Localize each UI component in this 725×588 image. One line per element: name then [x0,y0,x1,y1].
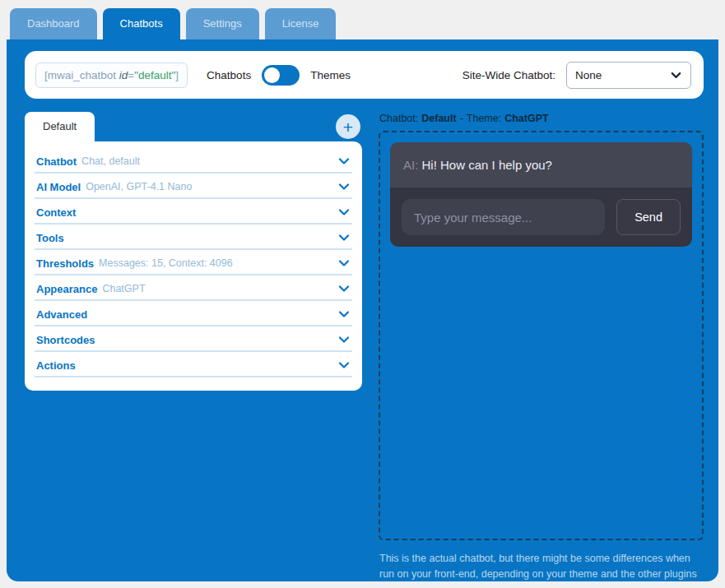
chevron-down-icon [337,155,351,168]
add-chatbot-button[interactable]: + [336,114,360,139]
chevron-down-icon [337,257,351,270]
section-title: Actions [36,359,76,372]
chevron-down-icon [337,206,351,219]
chatbot-window: AI: Hi! How can I help you? Send [390,142,692,247]
settings-accordion: Chatbot Chat, default AI Model OpenAI, G… [25,141,362,391]
tab-settings[interactable]: Settings [186,8,259,39]
section-title: Appearance [36,283,97,295]
preview-theme-label: Theme: [467,113,501,124]
preview-separator: - [460,113,463,124]
section-title: Chatbot [36,155,77,168]
preview-note: This is the actual chatbot, but there mi… [379,551,704,588]
select-value: None [575,69,665,81]
section-title: Context [36,206,76,219]
toggle-knob [264,67,280,83]
accordion-section-appearance[interactable]: Appearance ChatGPT [35,275,352,301]
chevron-down-icon [337,359,351,372]
accordion-section-advanced[interactable]: Advanced [35,301,352,326]
shortcode-field[interactable]: [mwai_chatbot id="default"] [35,63,188,88]
chatbot-preview-column: Chatbot:Default-Theme:ChatGPT AI: Hi! Ho… [379,112,704,588]
chatbot-preview-area: AI: Hi! How can I help you? Send [379,131,704,540]
preview-chatbot-label: Chatbot: [379,113,418,124]
chatbot-config-column: Default + Chatbot Chat, default AI Model… [25,112,362,588]
preview-theme-value: ChatGPT [504,113,548,124]
chatbots-panel: [mwai_chatbot id="default"] Chatbots The… [7,39,718,581]
shortcode-value: "default" [134,69,175,81]
section-title: AI Model [36,181,81,193]
site-wide-chatbot-label: Site-Wide Chatbot: [462,69,555,81]
chatbot-tab-default[interactable]: Default [25,112,95,141]
preview-header: Chatbot:Default-Theme:ChatGPT [379,113,704,124]
section-subtitle: OpenAI, GPT-4.1 Nano [86,181,192,192]
accordion-section-thresholds[interactable]: Thresholds Messages: 15, Context: 4096 [35,250,352,275]
send-button[interactable]: Send [616,199,681,235]
toggle-label-chatbots: Chatbots [207,69,251,81]
toolbar: [mwai_chatbot id="default"] Chatbots The… [25,51,704,99]
chat-input-row: Send [390,188,692,247]
site-wide-chatbot-select[interactable]: None [566,62,691,89]
section-title: Advanced [36,308,87,321]
ai-message: AI: Hi! How can I help you? [390,142,692,188]
tab-chatbots[interactable]: Chatbots [103,8,180,39]
accordion-section-tools[interactable]: Tools [35,225,352,250]
ai-message-text: Hi! How can I help you? [422,158,552,172]
chevron-down-icon [670,69,682,81]
section-subtitle: Chat, default [81,155,140,167]
shortcode-close: ] [175,69,179,81]
accordion-section-chatbot[interactable]: Chatbot Chat, default [35,148,352,174]
preview-chatbot-value: Default [421,113,456,124]
chevron-down-icon [337,282,351,295]
top-tab-bar: Dashboard Chatbots Settings License [10,8,725,39]
tab-dashboard[interactable]: Dashboard [10,8,97,39]
accordion-section-shortcodes[interactable]: Shortcodes [35,326,352,352]
chevron-down-icon [337,231,351,244]
shortcode-attr: id [119,69,128,81]
chatbot-tabs-row: Default + [25,112,362,141]
tab-license[interactable]: License [265,8,337,39]
chat-message-input[interactable] [402,199,605,235]
section-subtitle: ChatGPT [102,283,145,294]
chatbots-themes-toggle[interactable] [262,65,300,86]
accordion-section-context[interactable]: Context [35,199,352,225]
accordion-section-ai-model[interactable]: AI Model OpenAI, GPT-4.1 Nano [35,174,352,199]
section-subtitle: Messages: 15, Context: 4096 [99,257,233,269]
accordion-section-actions[interactable]: Actions [35,352,352,377]
section-title: Shortcodes [36,334,95,346]
chevron-down-icon [337,333,351,346]
chevron-down-icon [337,308,351,321]
shortcode-open: [mwai_chatbot [44,69,119,81]
toggle-label-themes: Themes [310,69,351,81]
content-row: Default + Chatbot Chat, default AI Model… [25,112,704,588]
ai-message-label: AI: [403,158,418,172]
section-title: Thresholds [36,257,94,270]
section-title: Tools [36,232,64,244]
chevron-down-icon [337,180,351,193]
